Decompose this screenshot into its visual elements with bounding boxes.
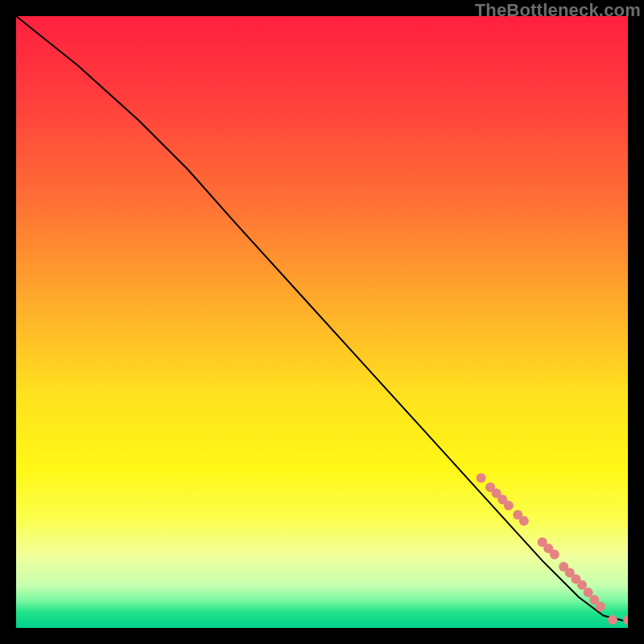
chart-background <box>16 16 628 628</box>
marker-point <box>596 601 605 611</box>
chart-plot-area <box>16 16 628 628</box>
chart-stage: TheBottleneck.com <box>0 0 644 644</box>
watermark-text: TheBottleneck.com <box>475 0 641 21</box>
marker-point <box>477 473 486 483</box>
marker-point <box>550 550 559 559</box>
chart-svg <box>16 16 628 628</box>
marker-point <box>504 501 514 510</box>
marker-point <box>519 516 529 526</box>
marker-point <box>608 615 617 625</box>
